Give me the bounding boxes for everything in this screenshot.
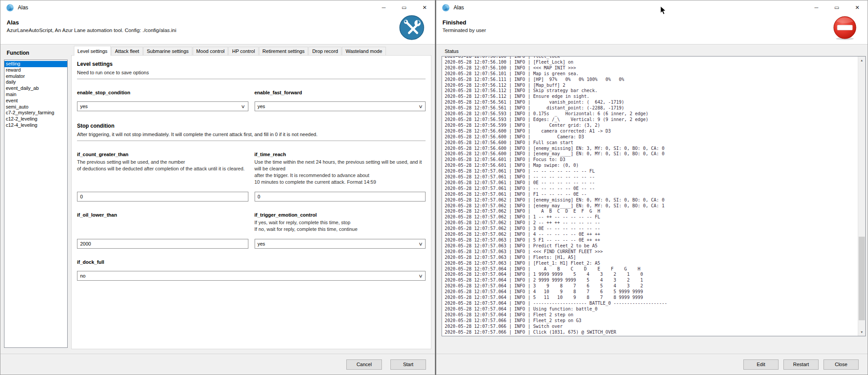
form-row: if_count_greater_thanThe previous settin… xyxy=(77,152,426,202)
tab-drop-record[interactable]: Drop record xyxy=(308,47,341,55)
sidebar-item-emulator[interactable]: emulator xyxy=(4,73,67,80)
scrollbar-thumb[interactable] xyxy=(859,237,865,320)
dropdown-value: no xyxy=(80,273,85,278)
chevron-down-icon: ∨ xyxy=(418,273,423,279)
log-lines: 2020-05-28 12:07:56.100 | INFO | fleet_l… xyxy=(445,56,857,336)
log-output[interactable]: 2020-05-28 12:07:56.100 | INFO | fleet_l… xyxy=(442,56,866,336)
tab-submarine-settings[interactable]: Submarine settings xyxy=(143,47,192,55)
if_dock_full-dropdown[interactable]: no∨ xyxy=(77,271,426,281)
left-window-controls: ─ ▭ ✕ xyxy=(373,0,435,15)
left-header-title: Alas xyxy=(7,19,435,26)
tab-level-settings[interactable]: Level settings xyxy=(74,46,111,56)
log-line: 2020-05-28 12:07:57.066 | INFO | Switch … xyxy=(445,324,857,330)
log-line: 2020-05-28 12:07:57.062 | INFO | [enemy_… xyxy=(445,203,857,209)
stop-icon xyxy=(832,15,857,40)
field-label: enable_stop_condition xyxy=(77,90,248,95)
tab-retirement-settings[interactable]: Retirement settings xyxy=(259,47,308,55)
field-if_time_reach: if_time_reachUse the time within the nex… xyxy=(255,152,426,202)
log-line: 2020-05-28 12:07:57.063 | INFO | 5 F1 --… xyxy=(445,238,857,243)
maximize-icon[interactable]: ▭ xyxy=(827,0,847,15)
close-icon[interactable]: ✕ xyxy=(847,0,868,15)
log-line: 2020-05-28 12:07:57.061 | INFO | -- -- -… xyxy=(445,169,857,174)
section-title: Stop condition xyxy=(77,123,426,129)
log-line: 2020-05-28 12:07:57.066 | INFO | Click (… xyxy=(445,330,857,335)
field-label: if_dock_full xyxy=(77,259,426,265)
section-title: Level settings xyxy=(77,61,426,67)
log-line: 2020-05-28 12:07:57.063 | INFO | <<< FIN… xyxy=(445,249,857,255)
if_time_reach-input[interactable] xyxy=(255,192,426,202)
section-divider xyxy=(77,79,426,79)
scroll-up-icon[interactable]: ▲ xyxy=(858,56,865,64)
log-line: 2020-05-28 12:07:57.062 | INFO | [enemy_… xyxy=(445,198,857,203)
log-line: 2020-05-28 12:07:56.100 | INFO | fleet_l… xyxy=(445,56,857,60)
sidebar-item-c7-2_mystery_farming[interactable]: c7-2_mystery_farming xyxy=(4,110,67,116)
minimize-icon[interactable]: ─ xyxy=(806,0,827,15)
tools-icon xyxy=(399,15,424,40)
tab-attack-fleet[interactable]: Attack fleet xyxy=(111,47,142,55)
field-help: If yes, wait for reply, complete this ti… xyxy=(255,219,426,233)
sidebar-item-daily[interactable]: daily xyxy=(4,79,67,85)
tab-mood-control[interactable]: Mood control xyxy=(193,47,228,55)
log-line: 2020-05-28 12:07:56.100 | INFO | <<< MAP… xyxy=(445,65,857,71)
log-line: 2020-05-28 12:07:56.600 | INFO | Camera:… xyxy=(445,134,857,140)
if_trigger_emotion_control-dropdown[interactable]: yes∨ xyxy=(255,239,426,249)
log-line: 2020-05-28 12:07:56.112 | INFO | Ensure … xyxy=(445,94,857,100)
field-help: The previous setting will be used, and t… xyxy=(77,159,248,172)
field-label: if_time_reach xyxy=(255,152,426,157)
field-spacer xyxy=(255,185,426,192)
log-line: 2020-05-28 12:07:57.064 | INFO | 2 9999 … xyxy=(445,278,857,283)
tab-hp-control[interactable]: HP control xyxy=(228,47,258,55)
left-content: Function settingrewardemulatordailyevent… xyxy=(0,44,435,354)
close-icon[interactable]: ✕ xyxy=(414,0,435,15)
sidebar-item-c12-2_leveling[interactable]: c12-2_leveling xyxy=(4,116,67,122)
alas-status-window: Alas ─ ▭ ✕ Finished Terminated by user xyxy=(436,0,868,375)
sidebar-item-semi_auto[interactable]: semi_auto xyxy=(4,104,67,110)
sidebar-item-event_daily_ab[interactable]: event_daily_ab xyxy=(4,85,67,92)
start-button[interactable]: Start xyxy=(390,359,426,370)
log-line: 2020-05-28 12:07:56.111 | INFO | [HP] 97… xyxy=(445,77,857,83)
status-label: Status xyxy=(445,48,868,54)
maximize-icon[interactable]: ▭ xyxy=(394,0,414,15)
log-line: 2020-05-28 12:07:57.064 | INFO | A B C D… xyxy=(445,266,857,272)
minimize-icon[interactable]: ─ xyxy=(373,0,394,15)
field-label: if_trigger_emotion_control xyxy=(255,212,426,218)
log-line: 2020-05-28 12:07:56.601 | INFO | Map swi… xyxy=(445,163,857,169)
dropdown-value: yes xyxy=(80,104,88,109)
field-if_count_greater_than: if_count_greater_thanThe previous settin… xyxy=(77,152,248,202)
sidebar-item-c12-4_leveling[interactable]: c12-4_leveling xyxy=(4,122,67,129)
log-scrollbar[interactable]: ▲ ▼ xyxy=(858,56,865,336)
section-divider xyxy=(77,141,426,141)
log-line: 2020-05-28 12:07:56.561 | INFO | distant… xyxy=(445,105,857,111)
if_count_greater_than-input[interactable] xyxy=(77,192,248,202)
function-listbox[interactable]: settingrewardemulatordailyevent_daily_ab… xyxy=(4,60,68,348)
sidebar-item-main[interactable]: main xyxy=(4,92,67,98)
log-line: 2020-05-28 12:07:57.062 | INFO | 2 -- ++… xyxy=(445,220,857,226)
field-enable_fast_forward: enable_fast_forwardyes∨ xyxy=(255,90,426,111)
sidebar-item-setting[interactable]: setting xyxy=(4,61,67,67)
cancel-button[interactable]: Cancel xyxy=(346,359,382,370)
sidebar-item-event[interactable]: event xyxy=(4,98,67,104)
close-button[interactable]: Close xyxy=(823,359,859,370)
tab-wasteland-mode[interactable]: Wasteland mode xyxy=(342,47,385,55)
enable_fast_forward-dropdown[interactable]: yes∨ xyxy=(255,101,426,111)
status-group: Status 2020-05-28 12:07:56.100 | INFO | … xyxy=(436,44,868,354)
left-header: Alas AzurLaneAutoScript, An Azur Lane au… xyxy=(0,15,435,44)
dropdown-value: yes xyxy=(258,104,265,109)
right-content: Status 2020-05-28 12:07:56.100 | INFO | … xyxy=(436,44,868,354)
dropdown-value: yes xyxy=(258,241,265,246)
scroll-down-icon[interactable]: ▼ xyxy=(858,328,865,336)
sidebar-item-reward[interactable]: reward xyxy=(4,67,67,73)
log-line: 2020-05-28 12:07:56.100 | INFO | [Fleet_… xyxy=(445,60,857,65)
log-line: 2020-05-28 12:07:57.062 | INFO | 3 0E --… xyxy=(445,226,857,232)
log-line: 2020-05-28 12:07:56.101 | INFO | Map is … xyxy=(445,71,857,77)
enable_stop_condition-dropdown[interactable]: yes∨ xyxy=(77,101,248,111)
log-line: 2020-05-28 12:07:56.593 | INFO | Edges: … xyxy=(445,117,857,123)
if_oil_lower_than-input[interactable] xyxy=(77,239,248,249)
field-spacer xyxy=(255,95,426,101)
field-spacer xyxy=(77,95,248,101)
chevron-down-icon: ∨ xyxy=(418,104,423,109)
restart-button[interactable]: Restart xyxy=(783,359,819,370)
log-line: 2020-05-28 12:07:56.600 | INFO | camera … xyxy=(445,129,857,134)
edit-button[interactable]: Edit xyxy=(743,359,779,370)
right-header: Finished Terminated by user xyxy=(436,15,868,44)
